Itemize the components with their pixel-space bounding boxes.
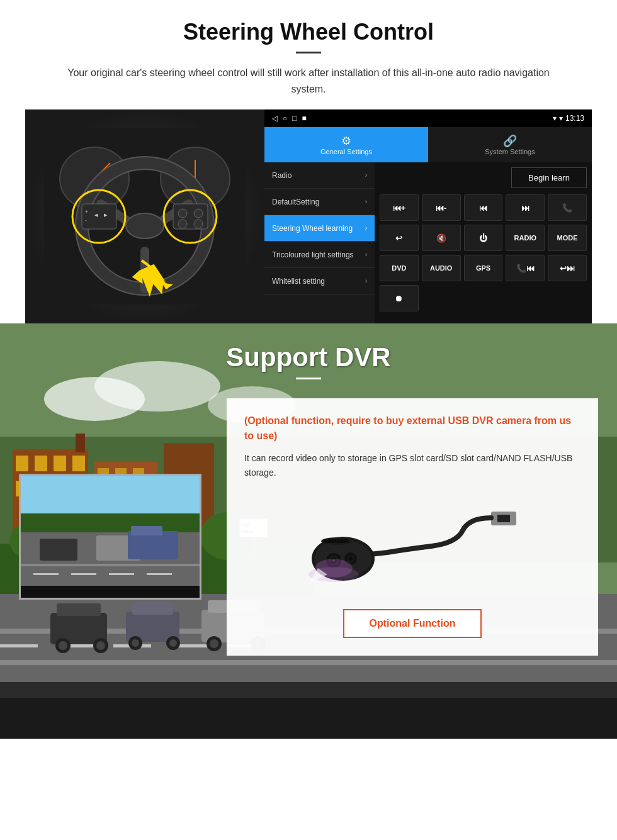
back-icon: ◁: [272, 114, 278, 123]
statusbar-status: ▾ ▾ 13:13: [553, 114, 584, 123]
ctrl-gps[interactable]: GPS: [464, 255, 503, 281]
svg-rect-87: [40, 539, 77, 561]
content-panel: Begin learn ⏮+ ⏮- ⏮ ⏭ 📞 ↩ 🔇 ⏻: [375, 162, 592, 323]
menu-default-arrow: ›: [365, 198, 367, 205]
svg-rect-91: [71, 573, 96, 575]
menu-steering-label: Steering Wheel learning: [272, 224, 353, 233]
ctrl-next[interactable]: ⏭: [506, 194, 545, 221]
dvr-camera-image: [244, 490, 580, 596]
tab-general-settings[interactable]: ⚙ General Settings: [264, 127, 428, 162]
signal-icon: ▾: [553, 114, 557, 123]
ctrl-audio[interactable]: AUDIO: [422, 255, 461, 281]
dvr-title-container: Support DVR: [0, 323, 617, 386]
svg-point-19: [178, 220, 187, 228]
ctrl-vol-up[interactable]: ⏮+: [380, 194, 419, 221]
menu-whitelist-label: Whitelist setting: [272, 277, 325, 286]
system-settings-icon: 🔗: [503, 134, 517, 148]
svg-rect-90: [33, 573, 59, 575]
control-grid-row4: ⏺: [380, 285, 587, 311]
optional-function-button[interactable]: Optional Function: [343, 609, 482, 638]
statusbar-nav-icons: ◁ ○ □ ■: [272, 114, 307, 123]
control-grid-row1: ⏮+ ⏮- ⏮ ⏭ 📞: [380, 194, 587, 221]
menu-tricoloured-arrow: ›: [365, 251, 367, 258]
menu-radio-label: Radio: [272, 171, 292, 180]
dvr-content-row: (Optional function, require to buy exter…: [0, 386, 617, 668]
menu-icon: ■: [302, 114, 307, 123]
svg-point-18: [194, 209, 203, 218]
svg-point-10: [126, 213, 164, 238]
swc-title: Steering Wheel Control: [25, 19, 592, 45]
ctrl-back-next[interactable]: ↩⏭: [548, 255, 587, 281]
menu-item-whitelist[interactable]: Whitelist setting ›: [264, 268, 375, 294]
menu-item-tricoloured[interactable]: Tricoloured light settings ›: [264, 242, 375, 268]
menu-default-label: DefaultSetting: [272, 198, 319, 206]
svg-rect-95: [131, 526, 162, 535]
ctrl-power[interactable]: ⏻: [464, 225, 503, 251]
dvr-section: FOR SALE Support DVR: [0, 323, 617, 739]
dvr-thumbnail: [19, 474, 201, 600]
recents-icon: □: [292, 114, 297, 123]
begin-learn-button[interactable]: Begin learn: [511, 167, 587, 188]
ctrl-back[interactable]: ↩: [380, 225, 419, 251]
menu-item-default-setting[interactable]: DefaultSetting ›: [264, 189, 375, 215]
svg-rect-83: [0, 682, 617, 698]
ctrl-mute[interactable]: 🔇: [422, 225, 461, 251]
control-grid-row3: DVD AUDIO GPS 📞⏮ ↩⏭: [380, 255, 587, 281]
dvr-title-divider: [296, 378, 321, 379]
settings-menu: Radio › DefaultSetting › Steering Wheel …: [264, 162, 375, 323]
dvr-thumbnail-svg: [21, 476, 200, 598]
svg-rect-98: [497, 515, 510, 522]
ctrl-prev[interactable]: ⏮: [464, 194, 503, 221]
dvr-title: Support DVR: [0, 342, 617, 372]
tab-system-settings[interactable]: 🔗 System Settings: [428, 127, 592, 162]
swc-section: Steering Wheel Control Your original car…: [0, 0, 617, 323]
menu-item-radio[interactable]: Radio ›: [264, 162, 375, 189]
svg-text:+: +: [85, 209, 88, 215]
time-display: 13:13: [565, 114, 584, 123]
dvr-thumbnail-inner: [21, 476, 200, 598]
menu-whitelist-arrow: ›: [365, 277, 367, 284]
android-statusbar: ◁ ○ □ ■ ▾ ▾ 13:13: [264, 109, 592, 127]
svg-rect-82: [0, 695, 617, 739]
svg-rect-93: [147, 573, 172, 575]
swc-title-divider: [296, 52, 321, 53]
svg-rect-92: [109, 573, 134, 575]
dvr-info-box: (Optional function, require to buy exter…: [227, 398, 598, 656]
svg-rect-86: [21, 513, 200, 532]
svg-text:-: -: [85, 217, 87, 223]
steering-photo: + - ◀ ▶: [25, 109, 264, 323]
svg-point-107: [349, 557, 353, 561]
dvr-description: It can record video only to storage in G…: [244, 451, 580, 479]
svg-point-20: [194, 220, 203, 228]
wifi-icon: ▾: [559, 114, 563, 123]
general-settings-icon: ⚙: [341, 134, 351, 148]
menu-item-steering-wheel[interactable]: Steering Wheel learning ›: [264, 215, 375, 242]
ctrl-dvd[interactable]: DVD: [380, 255, 419, 281]
menu-radio-arrow: ›: [365, 172, 367, 179]
ctrl-radio[interactable]: RADIO: [506, 225, 545, 251]
svg-rect-89: [21, 564, 200, 566]
svg-rect-11: [82, 204, 116, 229]
ctrl-phone[interactable]: 📞: [548, 194, 587, 221]
screenshot-area: + - ◀ ▶: [25, 109, 592, 323]
begin-learn-row: Begin learn: [380, 167, 587, 188]
android-body: Radio › DefaultSetting › Steering Wheel …: [264, 162, 592, 323]
swc-subtitle: Your original car's steering wheel contr…: [50, 65, 567, 97]
control-grid-row2: ↩ 🔇 ⏻ RADIO MODE: [380, 225, 587, 251]
svg-point-17: [178, 209, 187, 218]
tab-general-label: General Settings: [320, 148, 372, 155]
android-tabs: ⚙ General Settings 🔗 System Settings: [264, 127, 592, 162]
home-icon: ○: [283, 114, 287, 123]
menu-steering-arrow: ›: [365, 225, 367, 232]
steering-wheel-svg: + - ◀ ▶: [44, 128, 246, 305]
dvr-camera-svg: [305, 493, 519, 593]
ctrl-vol-down[interactable]: ⏮-: [422, 194, 461, 221]
ctrl-phone-prev[interactable]: 📞⏮: [506, 255, 545, 281]
dvr-optional-notice: (Optional function, require to buy exter…: [244, 413, 580, 444]
ctrl-record[interactable]: ⏺: [380, 285, 419, 311]
android-panel: ◁ ○ □ ■ ▾ ▾ 13:13 ⚙ General Settings: [264, 109, 592, 323]
ctrl-mode[interactable]: MODE: [548, 225, 587, 251]
tab-system-label: System Settings: [485, 148, 535, 155]
menu-tricoloured-label: Tricoloured light settings: [272, 250, 354, 259]
svg-rect-96: [21, 586, 200, 598]
